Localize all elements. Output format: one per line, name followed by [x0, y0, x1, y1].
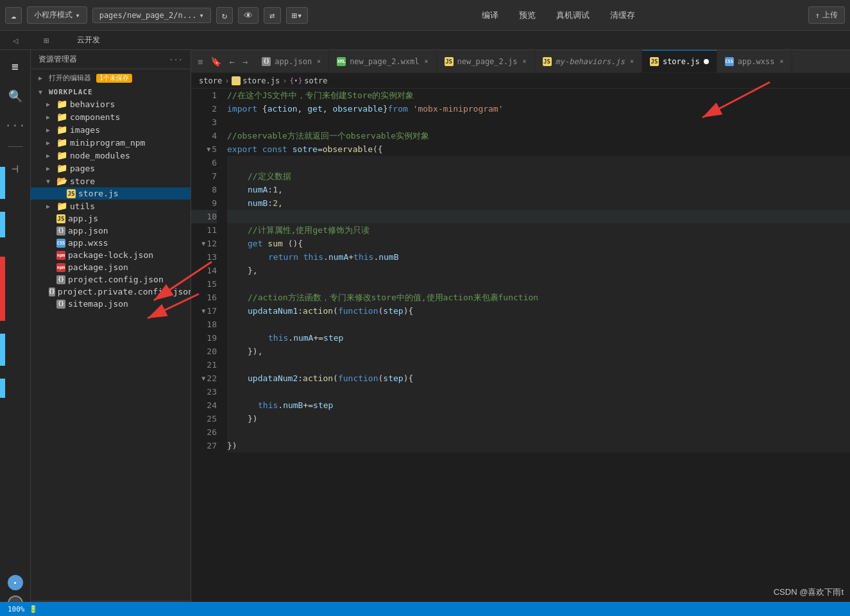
code-line-5: export const sotre=observable({ — [227, 142, 850, 156]
file-store-js[interactable]: JS store.js — [31, 187, 191, 200]
workplace-section[interactable]: ▼ WORKPLACE — [31, 84, 191, 98]
activity-files[interactable]: ≡ — [4, 55, 26, 77]
tab-store-js[interactable]: JS store.js — [642, 50, 717, 73]
code-line-10 — [227, 210, 850, 223]
code-content: //在这个JS文件中，专门来创建Store的实例对象 import {actio… — [222, 89, 850, 616]
code-line-8: numA:1, — [227, 183, 850, 196]
activity-bar: ≡ 🔍 ··· ⊣ • ◉ — [0, 50, 31, 616]
compile-btn[interactable]: 编译 — [477, 7, 504, 24]
code-line-18 — [227, 318, 850, 331]
sidebar: 资源管理器 ··· ▶ 打开的编辑器 1个未保存 ▼ WORKPLACE ▶ 📁… — [31, 50, 191, 616]
code-line-9: numB:2, — [227, 196, 850, 210]
folder-components[interactable]: ▶ 📁 components — [31, 110, 191, 123]
code-line-14: }, — [227, 264, 850, 277]
code-line-7: //定义数据 — [227, 169, 850, 183]
toolbar-center: 编译 预览 真机调试 清缓存 — [477, 7, 640, 24]
swap-btn[interactable]: ⇄ — [264, 7, 280, 24]
bookmark-btn[interactable]: 🔖 — [208, 55, 224, 68]
folder-miniprogram-npm[interactable]: ▶ 📁 miniprogram_npm — [31, 136, 191, 149]
file-project-config-json[interactable]: {} project.config.json — [31, 273, 191, 286]
file-package-lock-json[interactable]: npm package-lock.json — [31, 249, 191, 261]
activity-search[interactable]: 🔍 — [4, 85, 26, 107]
code-line-17: updataNum1:action(function(step){ — [227, 304, 850, 318]
file-package-json[interactable]: npm package.json — [31, 261, 191, 273]
folder-store[interactable]: ▼ 📂 store — [31, 175, 191, 187]
code-line-15 — [227, 277, 850, 291]
code-line-27: }) — [227, 439, 850, 452]
second-toolbar: ◁ ⊞ 云开发 — [0, 31, 850, 50]
left-bar-4 — [0, 334, 5, 366]
eye-btn[interactable]: 👁 — [238, 7, 259, 24]
file-app-json[interactable]: {} app.json — [31, 225, 191, 237]
tab-new-page-wxml[interactable]: XML new_page_2.wxml × — [329, 50, 436, 73]
sidebar-header: 资源管理器 ··· — [31, 50, 191, 69]
copy-btn[interactable]: ⊞ — [44, 35, 49, 46]
tab-list-btn[interactable]: ≡ — [195, 55, 205, 68]
folder-pages[interactable]: ▶ 📁 pages — [31, 162, 191, 175]
code-line-6 — [227, 156, 850, 169]
code-line-21 — [227, 358, 850, 372]
code-line-1: //在这个JS文件中，专门来创建Store的实例对象 — [227, 89, 850, 102]
code-line-22: updataNum2:action(function(step){ — [227, 372, 850, 385]
code-line-24: this.numB+=step — [227, 398, 850, 412]
cloud-icon-btn[interactable]: ☁ — [5, 7, 22, 24]
code-line-4: //observable方法就返回一个observable实例对象 — [227, 129, 850, 142]
code-line-26 — [227, 425, 850, 439]
breadcrumb-store-js: store.js — [242, 76, 280, 85]
activity-more[interactable]: ··· — [4, 114, 26, 136]
code-line-16: //action方法函数，专门来修改store中的值,使用action来包裹fu… — [227, 291, 850, 304]
tab-my-behaviors[interactable]: JS my-behaviors.js × — [535, 50, 642, 73]
code-line-11: //计算属性,使用get修饰为只读 — [227, 223, 850, 237]
left-bar-1 — [0, 167, 5, 199]
breadcrumb: store › JS store.js › {•} sotre — [191, 73, 850, 89]
open-editors-section[interactable]: ▶ 打开的编辑器 1个未保存 — [31, 69, 191, 84]
file-app-js[interactable]: JS app.js — [31, 212, 191, 225]
folder-utils[interactable]: ▶ 📁 utils — [31, 200, 191, 212]
refresh-btn[interactable]: ↻ — [216, 7, 233, 24]
left-bar-5 — [0, 379, 5, 398]
top-toolbar: ☁ 小程序模式 ▾ pages/new_page_2/n... ▾ ↻ 👁 ⇄ … — [0, 0, 850, 31]
mode-selector[interactable]: 小程序模式 ▾ — [27, 6, 87, 24]
upload-btn[interactable]: ↑ 上传 — [808, 6, 845, 24]
preview-btn[interactable]: 预览 — [514, 7, 541, 24]
editor-area: ≡ 🔖 ← → {} app.json × XML new_page_2.wxm… — [191, 50, 850, 616]
breadcrumb-sotre: sotre — [304, 76, 327, 85]
left-bar-2 — [0, 212, 5, 237]
cloud-dev-label: 云开发 — [69, 35, 108, 46]
nav-forward-btn[interactable]: → — [240, 55, 250, 68]
realdev-btn[interactable]: 真机调试 — [551, 7, 595, 24]
code-line-2: import {action, get, observable}from 'mo… — [227, 102, 850, 116]
tab-app-wxss[interactable]: CSS app.wxss × — [717, 50, 792, 73]
folder-behaviors[interactable]: ▶ 📁 behaviors — [31, 98, 191, 110]
resource-manager-label: 资源管理器 — [38, 54, 77, 65]
nav-back-btn[interactable]: ← — [226, 55, 237, 68]
activity-jump[interactable]: ⊣ — [4, 157, 26, 179]
breadcrumb-store: store — [199, 76, 222, 85]
file-project-private-config-json[interactable]: {} project.private.config.json — [31, 286, 191, 298]
code-line-12: get sum (){ — [227, 237, 850, 250]
code-line-25: }) — [227, 412, 850, 425]
status-bar: 100% 🔋 — [0, 602, 850, 616]
file-sitemap-json[interactable]: {} sitemap.json — [31, 298, 191, 310]
back-btn[interactable]: ◁ — [13, 35, 18, 46]
file-tree: ▶ 📁 behaviors ▶ 📁 components ▶ 📁 images … — [31, 98, 191, 598]
folder-images[interactable]: ▶ 📁 images — [31, 123, 191, 136]
main-layout: ≡ 🔍 ··· ⊣ • ◉ 资源管理器 ··· ▶ 打开的编辑器 1个未保存 ▼… — [0, 50, 850, 616]
line-numbers: 1 2 3 4 ▼5 6 7 8 9 10 11 ▼12 13 14 15 16… — [191, 89, 222, 616]
tab-app-json[interactable]: {} app.json × — [254, 50, 329, 73]
code-line-19: this.numA+=step — [227, 331, 850, 345]
code-line-23 — [227, 385, 850, 398]
watermark: CSDN @喜欢下雨t — [774, 586, 844, 598]
file-app-wxss[interactable]: CSS app.wxss — [31, 237, 191, 249]
folder-node-modules[interactable]: ▶ 📁 node_modules — [31, 149, 191, 162]
code-line-3 — [227, 116, 850, 129]
path-selector[interactable]: pages/new_page_2/n... ▾ — [92, 8, 211, 23]
code-line-20: }), — [227, 345, 850, 358]
tab-new-page-js[interactable]: JS new_page_2.js × — [437, 50, 535, 73]
layers-btn[interactable]: ⊞▾ — [286, 7, 309, 24]
left-bar-3 — [0, 257, 5, 321]
status-zoom: 100% 🔋 — [8, 605, 38, 613]
sidebar-more-btn[interactable]: ··· — [169, 55, 183, 64]
clearcache-btn[interactable]: 清缓存 — [605, 7, 640, 24]
tabs-bar: ≡ 🔖 ← → {} app.json × XML new_page_2.wxm… — [191, 50, 850, 73]
